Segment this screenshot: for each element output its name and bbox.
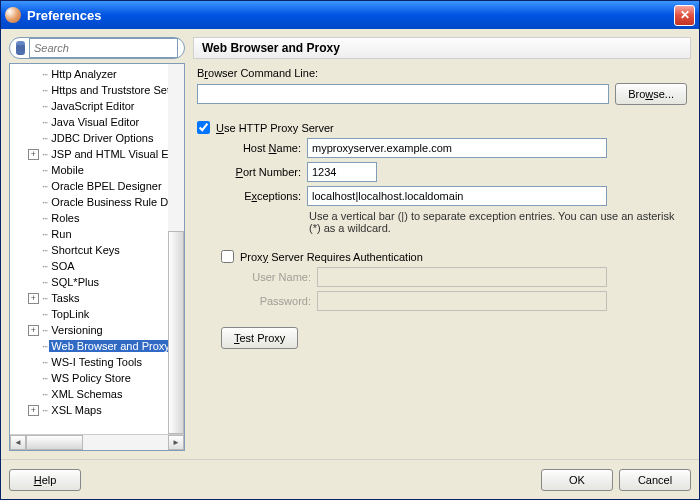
- search-box[interactable]: [9, 37, 185, 59]
- tree-item-label: Oracle BPEL Designer: [49, 180, 163, 192]
- tree-connector-icon: ···: [42, 357, 47, 368]
- password-label: Password:: [241, 295, 311, 307]
- tree-connector-icon: ···: [42, 261, 47, 272]
- tree-item-label: SQL*Plus: [49, 276, 101, 288]
- tree-item[interactable]: ···Shortcut Keys: [10, 242, 184, 258]
- tree-connector-icon: ···: [42, 229, 47, 240]
- tree-item-label: WS-I Testing Tools: [49, 356, 144, 368]
- tree-item[interactable]: +···Tasks: [10, 290, 184, 306]
- tree-item[interactable]: ···Http Analyzer: [10, 66, 184, 82]
- tree-item-label: TopLink: [49, 308, 91, 320]
- tree-item[interactable]: ···JDBC Driver Options: [10, 130, 184, 146]
- tree-connector-icon: ···: [42, 165, 47, 176]
- tree-connector-icon: ···: [42, 293, 47, 304]
- tree-connector-icon: ···: [42, 133, 47, 144]
- tree-item-label: Versioning: [49, 324, 104, 336]
- expand-icon[interactable]: +: [28, 405, 39, 416]
- tree-item-label: XML Schemas: [49, 388, 124, 400]
- tree-item[interactable]: ···Roles: [10, 210, 184, 226]
- tree-item[interactable]: +···XSL Maps: [10, 402, 184, 418]
- tree-item[interactable]: ···SQL*Plus: [10, 274, 184, 290]
- help-button[interactable]: Help: [9, 469, 81, 491]
- scroll-left-button[interactable]: ◄: [10, 435, 26, 450]
- exceptions-input[interactable]: [307, 186, 607, 206]
- tree-item-label: Roles: [49, 212, 81, 224]
- cancel-button[interactable]: Cancel: [619, 469, 691, 491]
- tree-connector-icon: ···: [42, 117, 47, 128]
- use-proxy-checkbox[interactable]: [197, 121, 210, 134]
- port-input[interactable]: [307, 162, 377, 182]
- tree-item-label: Web Browser and Proxy: [49, 340, 171, 352]
- use-proxy-label: Use HTTP Proxy Server: [216, 122, 334, 134]
- tree-item-label: Oracle Business Rule Desig: [49, 196, 184, 208]
- exceptions-label: Exceptions:: [221, 190, 301, 202]
- tree-item[interactable]: ···Mobile: [10, 162, 184, 178]
- tree-connector-icon: ···: [42, 405, 47, 416]
- tree-connector-icon: ···: [42, 213, 47, 224]
- tree-item-label: JSP and HTML Visual Editor: [49, 148, 184, 160]
- tree-item[interactable]: +···Versioning: [10, 322, 184, 338]
- scroll-right-button[interactable]: ►: [168, 435, 184, 450]
- window-title: Preferences: [27, 8, 674, 23]
- tree-item-label: Run: [49, 228, 73, 240]
- panel-title: Web Browser and Proxy: [193, 37, 691, 59]
- left-panel: ···Http Analyzer···Https and Truststore …: [9, 37, 185, 451]
- exceptions-hint: Use a vertical bar (|) to separate excep…: [309, 210, 687, 234]
- content-area: ···Http Analyzer···Https and Truststore …: [1, 29, 699, 459]
- tree-item[interactable]: ···Oracle BPEL Designer: [10, 178, 184, 194]
- tree-item[interactable]: ···XML Schemas: [10, 386, 184, 402]
- horizontal-scrollbar[interactable]: ◄ ►: [10, 434, 184, 450]
- tree-item[interactable]: ···Oracle Business Rule Desig: [10, 194, 184, 210]
- browser-cmd-label: Browser Command Line:: [197, 67, 687, 79]
- expand-icon[interactable]: +: [28, 293, 39, 304]
- expand-icon[interactable]: +: [28, 325, 39, 336]
- tree-connector-icon: ···: [42, 181, 47, 192]
- tree-item-label: Tasks: [49, 292, 81, 304]
- tree-item-label: Https and Truststore Settin: [49, 84, 183, 96]
- scroll-thumb[interactable]: [168, 231, 184, 435]
- auth-checkbox[interactable]: [221, 250, 234, 263]
- tree-item[interactable]: ···Web Browser and Proxy: [10, 338, 184, 354]
- titlebar: Preferences ✕: [1, 1, 699, 29]
- tree-item[interactable]: ···WS-I Testing Tools: [10, 354, 184, 370]
- binoculars-icon: [16, 41, 25, 55]
- browse-button[interactable]: Browse...: [615, 83, 687, 105]
- tree-item-label: JavaScript Editor: [49, 100, 136, 112]
- tree-list: ···Http Analyzer···Https and Truststore …: [10, 64, 184, 420]
- username-input: [317, 267, 607, 287]
- preferences-window: Preferences ✕ ···Http Analyzer···Https a…: [0, 0, 700, 500]
- preferences-tree: ···Http Analyzer···Https and Truststore …: [9, 63, 185, 451]
- tree-item-label: Java Visual Editor: [49, 116, 141, 128]
- password-input: [317, 291, 607, 311]
- tree-connector-icon: ···: [42, 245, 47, 256]
- host-input[interactable]: [307, 138, 607, 158]
- tree-item[interactable]: ···WS Policy Store: [10, 370, 184, 386]
- port-label: Port Number:: [221, 166, 301, 178]
- close-button[interactable]: ✕: [674, 5, 695, 26]
- tree-connector-icon: ···: [42, 373, 47, 384]
- search-input[interactable]: [29, 38, 178, 58]
- tree-item-label: XSL Maps: [49, 404, 103, 416]
- ok-button[interactable]: OK: [541, 469, 613, 491]
- tree-item-label: Http Analyzer: [49, 68, 118, 80]
- tree-item[interactable]: ···TopLink: [10, 306, 184, 322]
- footer: Help OK Cancel: [1, 459, 699, 499]
- tree-item-label: Shortcut Keys: [49, 244, 121, 256]
- tree-item[interactable]: ···JavaScript Editor: [10, 98, 184, 114]
- host-label: Host Name:: [221, 142, 301, 154]
- expand-icon[interactable]: +: [28, 149, 39, 160]
- tree-item[interactable]: ···Java Visual Editor: [10, 114, 184, 130]
- tree-item[interactable]: ···Run: [10, 226, 184, 242]
- right-panel: Web Browser and Proxy Browser Command Li…: [193, 37, 691, 451]
- panel-body: Browser Command Line: Browse... Use HTTP…: [193, 59, 691, 451]
- tree-item[interactable]: +···JSP and HTML Visual Editor: [10, 146, 184, 162]
- vertical-scrollbar[interactable]: [168, 64, 184, 434]
- scroll-thumb[interactable]: [26, 435, 83, 450]
- tree-connector-icon: ···: [42, 69, 47, 80]
- tree-item[interactable]: ···SOA: [10, 258, 184, 274]
- test-proxy-button[interactable]: Test Proxy: [221, 327, 298, 349]
- browser-cmd-input[interactable]: [197, 84, 609, 104]
- tree-item-label: SOA: [49, 260, 76, 272]
- tree-item-label: JDBC Driver Options: [49, 132, 155, 144]
- tree-item[interactable]: ···Https and Truststore Settin: [10, 82, 184, 98]
